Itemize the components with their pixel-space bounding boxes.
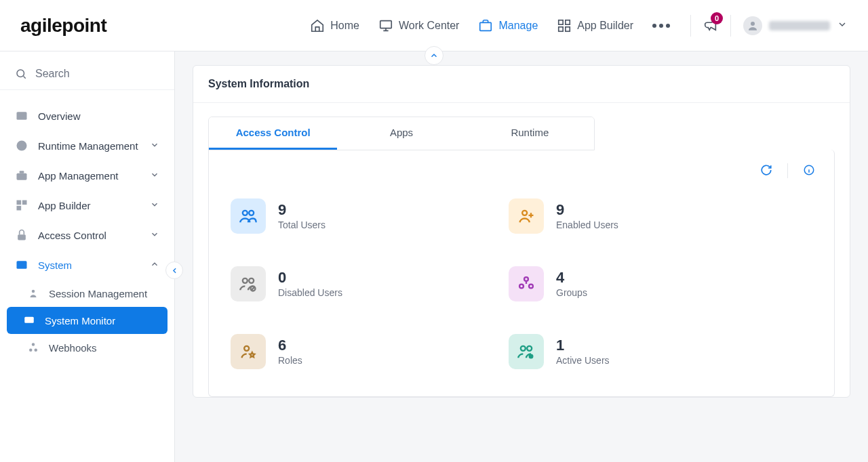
- tabs-container: Access Control Apps Runtime: [193, 103, 850, 397]
- sidebar-item-label: App Builder: [38, 200, 140, 211]
- stat-groups[interactable]: 4 Groups: [509, 266, 705, 301]
- stat-label: Groups: [556, 287, 587, 298]
- svg-rect-1: [480, 22, 492, 30]
- sidebar-collapse-toggle[interactable]: [165, 261, 183, 279]
- stat-enabled-users[interactable]: 9 Enabled Users: [509, 198, 705, 234]
- users-icon: [231, 198, 266, 234]
- webhook-icon: [27, 341, 39, 354]
- dot-icon: [659, 24, 663, 28]
- lock-icon: [15, 228, 28, 242]
- sidebar-sub-webhooks[interactable]: Webhooks: [0, 334, 174, 361]
- stat-text: 4 Groups: [556, 270, 587, 298]
- search-icon: [15, 68, 27, 80]
- briefcase-icon: [478, 18, 493, 33]
- divider: [730, 15, 731, 37]
- stat-label: Enabled Users: [556, 219, 618, 230]
- chevron-up-icon: [150, 259, 159, 271]
- svg-rect-13: [22, 201, 27, 205]
- stat-disabled-users[interactable]: 0 Disabled Users: [231, 266, 427, 301]
- search-placeholder: Search: [35, 68, 70, 80]
- stat-active-users[interactable]: 1 Active Users: [509, 334, 705, 369]
- header-right: 0: [690, 15, 848, 37]
- avatar: [743, 16, 762, 35]
- nav-home[interactable]: Home: [310, 18, 359, 33]
- sidebar-item-app-builder[interactable]: App Builder: [0, 190, 174, 220]
- svg-rect-12: [17, 201, 22, 205]
- card-toolbar: [224, 158, 819, 198]
- header-collapse-toggle[interactable]: [425, 46, 443, 65]
- divider: [787, 163, 788, 178]
- svg-point-9: [17, 141, 27, 151]
- svg-point-34: [527, 346, 532, 351]
- user-star-icon: [231, 334, 266, 369]
- sidebar-item-label: Runtime Management: [38, 140, 140, 152]
- brand-logo: agilepoint: [20, 15, 106, 37]
- sidebar-item-access-control[interactable]: Access Control: [0, 220, 174, 250]
- stat-total-users[interactable]: 9 Total Users: [231, 198, 427, 234]
- tabs: Access Control Apps Runtime: [208, 117, 595, 150]
- sidebar-sub-session-management[interactable]: Session Management: [0, 280, 174, 307]
- clock-icon: [15, 139, 28, 152]
- sidebar-item-label: Access Control: [38, 230, 140, 241]
- user-active-icon: [509, 334, 544, 369]
- svg-point-17: [32, 290, 35, 293]
- panel-title: System Information: [193, 66, 850, 103]
- stat-roles[interactable]: 6 Roles: [231, 334, 427, 369]
- svg-rect-16: [17, 261, 27, 269]
- refresh-button[interactable]: [760, 164, 772, 178]
- nav-work-center[interactable]: Work Center: [378, 18, 460, 33]
- svg-rect-10: [17, 173, 27, 180]
- main-content: System Information Access Control Apps R…: [175, 51, 868, 462]
- stat-text: 9 Enabled Users: [556, 202, 618, 230]
- svg-rect-5: [566, 26, 570, 30]
- stat-label: Active Users: [556, 355, 610, 366]
- svg-point-29: [524, 277, 528, 281]
- stat-text: 9 Total Users: [278, 202, 326, 230]
- user-menu[interactable]: [743, 16, 848, 35]
- chevron-down-icon: [150, 200, 159, 211]
- stats-grid: 9 Total Users 9 Enabled Users: [224, 198, 712, 369]
- notifications-button[interactable]: 0: [703, 17, 718, 34]
- nav-app-builder[interactable]: App Builder: [557, 18, 633, 33]
- nav-manage[interactable]: Manage: [478, 18, 538, 33]
- chevron-down-icon: [150, 230, 159, 241]
- svg-point-30: [519, 285, 524, 289]
- tab-access-control[interactable]: Access Control: [209, 117, 337, 150]
- chevron-up-icon: [429, 51, 439, 60]
- top-nav: Home Work Center Manage App Builder: [310, 18, 670, 33]
- svg-rect-2: [559, 20, 563, 24]
- user-name: [769, 21, 830, 30]
- tab-label: Apps: [390, 127, 413, 138]
- chevron-left-icon: [170, 266, 179, 275]
- sidebar: Search Overview Runtime Management: [0, 51, 175, 462]
- server-icon: [15, 258, 28, 272]
- svg-point-33: [521, 346, 526, 351]
- info-button[interactable]: [803, 164, 815, 178]
- search-input[interactable]: Search: [0, 58, 174, 90]
- svg-point-26: [243, 278, 248, 283]
- divider: [690, 15, 691, 37]
- svg-point-23: [243, 211, 248, 215]
- sidebar-item-app-management[interactable]: App Management: [0, 161, 174, 190]
- chevron-down-icon: [150, 170, 159, 182]
- sidebar-item-system[interactable]: System: [0, 250, 174, 280]
- tab-runtime[interactable]: Runtime: [466, 117, 594, 150]
- svg-rect-3: [566, 20, 570, 24]
- stat-text: 1 Active Users: [556, 337, 610, 366]
- svg-point-35: [530, 355, 533, 358]
- stat-value: 6: [278, 337, 302, 354]
- chevron-down-icon: [150, 140, 159, 152]
- tab-apps[interactable]: Apps: [337, 117, 465, 150]
- nav-more[interactable]: [652, 24, 670, 28]
- dot-icon: [666, 24, 670, 28]
- nav-app-builder-label: App Builder: [577, 20, 633, 32]
- sidebar-sub-label: System Monitor: [45, 315, 115, 327]
- monitor-icon: [378, 18, 393, 33]
- chevron-down-icon: [837, 19, 848, 32]
- notification-badge: 0: [711, 12, 723, 24]
- sidebar-sub-label: Session Management: [49, 288, 147, 299]
- stat-value: 4: [556, 270, 587, 286]
- sidebar-sub-system-monitor[interactable]: System Monitor: [7, 307, 167, 334]
- sidebar-item-runtime-management[interactable]: Runtime Management: [0, 131, 174, 161]
- sidebar-item-overview[interactable]: Overview: [0, 101, 174, 131]
